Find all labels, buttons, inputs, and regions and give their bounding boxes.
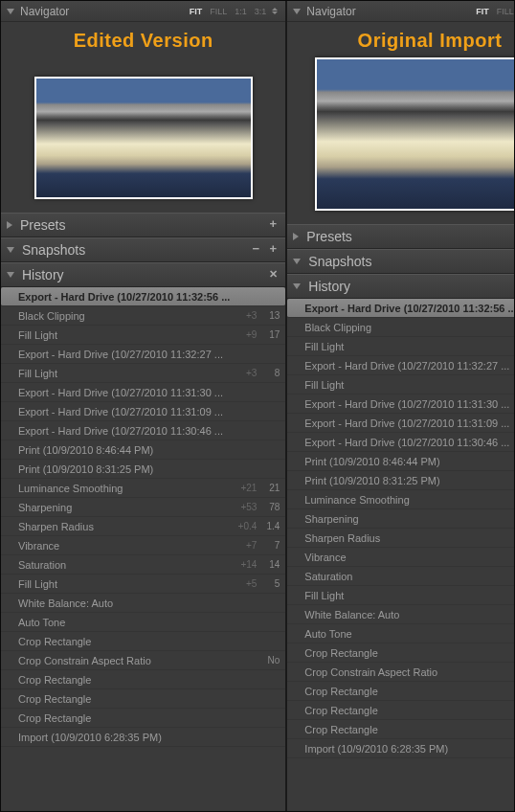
image-preview[interactable] xyxy=(34,77,253,199)
history-row[interactable]: Crop Rectangle xyxy=(287,643,515,663)
history-label: Export - Hard Drive (10/27/2010 11:32:27… xyxy=(18,349,230,360)
history-row[interactable]: Saturation+1414 xyxy=(287,567,515,586)
history-row[interactable]: Import (10/9/2010 6:28:35 PM) xyxy=(1,728,285,747)
history-row[interactable]: Print (10/9/2010 8:31:25 PM) xyxy=(1,460,285,479)
history-row[interactable]: Crop Rectangle xyxy=(1,689,285,709)
history-label: Print (10/9/2010 8:46:44 PM) xyxy=(18,444,230,456)
chevron-down-icon[interactable] xyxy=(7,272,14,278)
history-row[interactable]: Export - Hard Drive (10/27/2010 11:30:46… xyxy=(1,421,285,440)
remove-snapshot-button[interactable]: − xyxy=(249,243,262,257)
history-label: Fill Light xyxy=(304,341,515,352)
zoom-fill[interactable]: FILL xyxy=(495,7,515,16)
add-preset-button[interactable]: + xyxy=(266,218,280,232)
history-row[interactable]: Sharpen Radius+0.41.4 xyxy=(1,517,285,536)
zoom-fit[interactable]: FIT xyxy=(474,7,491,16)
history-row[interactable]: Export - Hard Drive (10/27/2010 11:31:09… xyxy=(1,402,285,421)
history-row[interactable]: Luminance Smoothing+2121 xyxy=(287,490,515,509)
history-value: 13 xyxy=(257,310,280,321)
history-row[interactable]: Sharpen Radius+0.41.4 xyxy=(287,529,515,548)
history-value: 5 xyxy=(257,578,280,589)
history-row[interactable]: Black Clipping+313 xyxy=(287,318,515,337)
history-row[interactable]: Vibrance+77 xyxy=(1,536,285,555)
history-label: Export - Hard Drive (10/27/2010 11:30:46… xyxy=(18,425,230,437)
history-label: Export - Hard Drive (10/27/2010 11:32:56… xyxy=(304,303,515,314)
add-snapshot-button[interactable]: + xyxy=(266,243,280,257)
history-row[interactable]: Fill Light+917 xyxy=(287,337,515,356)
history-row[interactable]: Export - Hard Drive (10/27/2010 11:30:46… xyxy=(287,433,515,452)
collapse-icon[interactable] xyxy=(293,9,301,14)
history-row[interactable]: Import (10/9/2010 6:28:35 PM) xyxy=(287,739,515,758)
history-row[interactable]: Crop Constrain Aspect RatioNo xyxy=(287,663,515,682)
history-row[interactable]: White Balance: Auto xyxy=(1,594,285,613)
history-delta: +3 xyxy=(230,368,257,378)
history-row[interactable]: Sharpening+5378 xyxy=(1,498,285,517)
zoom-stepper[interactable] xyxy=(272,7,280,16)
history-row[interactable]: Crop Rectangle xyxy=(287,720,515,739)
history-row[interactable]: Print (10/9/2010 8:31:25 PM) xyxy=(287,471,515,490)
history-row[interactable]: Export - Hard Drive (10/27/2010 11:31:30… xyxy=(287,395,515,414)
navigator-header[interactable]: NavigatorFITFILL1:13:1 xyxy=(1,1,285,22)
history-row[interactable]: Crop Rectangle xyxy=(1,709,285,728)
history-row[interactable]: Export - Hard Drive (10/27/2010 11:31:09… xyxy=(287,414,515,433)
history-row[interactable]: Print (10/9/2010 8:46:44 PM) xyxy=(1,440,285,460)
snapshots-header[interactable]: Snapshots−+ xyxy=(1,237,285,262)
chevron-down-icon[interactable] xyxy=(7,247,14,253)
history-list: Export - Hard Drive (10/27/2010 11:32:56… xyxy=(1,287,285,811)
history-row[interactable]: Fill Light+917 xyxy=(1,326,285,345)
snapshots-header[interactable]: Snapshots−+ xyxy=(287,249,515,274)
history-row[interactable]: Luminance Smoothing+2121 xyxy=(1,479,285,498)
history-row[interactable]: Fill Light+38 xyxy=(1,364,285,383)
history-header[interactable]: History✕ xyxy=(1,262,285,287)
chevron-down-icon[interactable] xyxy=(293,259,301,264)
history-row[interactable]: Fill Light+55 xyxy=(287,586,515,605)
history-delta: +5 xyxy=(230,578,257,589)
history-row[interactable]: Auto Tone xyxy=(287,624,515,643)
section-title: History xyxy=(308,279,515,294)
history-row[interactable]: Export - Hard Drive (10/27/2010 11:32:56… xyxy=(287,299,515,318)
history-row[interactable]: Fill Light+38 xyxy=(287,375,515,395)
history-row[interactable]: Crop Constrain Aspect RatioNo xyxy=(1,651,285,670)
zoom-fit[interactable]: FIT xyxy=(188,7,205,16)
chevron-right-icon[interactable] xyxy=(7,221,12,229)
history-row[interactable]: Crop Rectangle xyxy=(1,632,285,651)
presets-header[interactable]: Presets+ xyxy=(1,213,285,237)
history-label: Sharpening xyxy=(304,513,515,525)
history-label: Crop Rectangle xyxy=(18,712,230,724)
image-preview[interactable] xyxy=(315,57,515,211)
section-title: Presets xyxy=(306,229,515,244)
chevron-right-icon[interactable] xyxy=(293,233,299,240)
history-row[interactable]: Black Clipping+313 xyxy=(1,306,285,326)
clear-history-button[interactable]: ✕ xyxy=(266,268,280,282)
history-row[interactable]: Sharpening+5378 xyxy=(287,509,515,529)
history-row[interactable]: Saturation+1414 xyxy=(1,555,285,575)
presets-header[interactable]: Presets+ xyxy=(287,224,515,249)
history-row[interactable]: Crop Rectangle xyxy=(287,682,515,701)
history-label: Saturation xyxy=(304,571,515,582)
zoom-1-1[interactable]: 1:1 xyxy=(233,7,249,16)
history-label: Crop Rectangle xyxy=(304,686,515,697)
history-row[interactable]: White Balance: Auto xyxy=(287,605,515,624)
collapse-icon[interactable] xyxy=(7,9,14,14)
history-row[interactable]: Export - Hard Drive (10/27/2010 11:32:56… xyxy=(1,287,285,306)
history-row[interactable]: Fill Light+55 xyxy=(1,575,285,594)
navigator-header[interactable]: NavigatorFITFILL1:13:1 xyxy=(287,1,515,22)
history-label: Crop Constrain Aspect Ratio xyxy=(18,655,230,666)
chevron-down-icon[interactable] xyxy=(293,283,301,289)
history-row[interactable]: Crop Rectangle xyxy=(1,670,285,689)
history-value: 14 xyxy=(257,559,280,570)
history-row[interactable]: Print (10/9/2010 8:46:44 PM) xyxy=(287,452,515,471)
zoom-fill[interactable]: FILL xyxy=(208,7,229,16)
history-label: Vibrance xyxy=(18,540,230,552)
history-row[interactable]: Auto Tone xyxy=(1,613,285,632)
history-delta: +7 xyxy=(230,540,257,551)
history-label: Sharpen Radius xyxy=(18,521,230,532)
history-row[interactable]: Export - Hard Drive (10/27/2010 11:31:30… xyxy=(1,383,285,402)
history-row[interactable]: Crop Rectangle xyxy=(287,701,515,720)
history-row[interactable]: Export - Hard Drive (10/27/2010 11:32:27… xyxy=(287,356,515,375)
zoom-3-1[interactable]: 3:1 xyxy=(253,7,269,16)
navigator-title: Navigator xyxy=(306,5,474,18)
history-value: 78 xyxy=(257,502,280,512)
history-row[interactable]: Vibrance+77 xyxy=(287,548,515,567)
history-header[interactable]: History✕ xyxy=(287,274,515,299)
history-row[interactable]: Export - Hard Drive (10/27/2010 11:32:27… xyxy=(1,345,285,364)
